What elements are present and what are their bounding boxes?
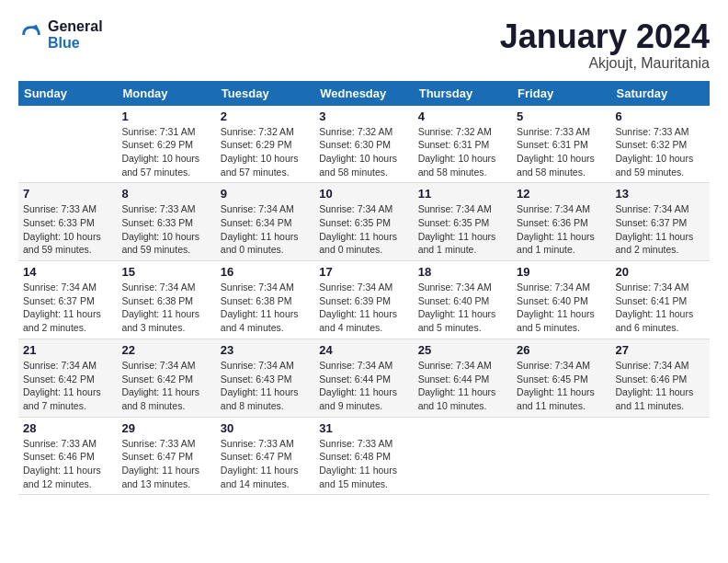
day-number: 5 <box>517 109 606 123</box>
day-info: Sunrise: 7:33 AMSunset: 6:46 PMDaylight:… <box>23 437 112 491</box>
day-cell: 9Sunrise: 7:34 AMSunset: 6:34 PMDaylight… <box>216 183 314 261</box>
day-info: Sunrise: 7:33 AMSunset: 6:33 PMDaylight:… <box>121 202 210 257</box>
logo: General Blue <box>18 18 103 52</box>
day-info: Sunrise: 7:34 AMSunset: 6:44 PMDaylight:… <box>319 359 408 413</box>
location-subtitle: Akjoujt, Mauritania <box>500 55 710 72</box>
day-info: Sunrise: 7:34 AMSunset: 6:39 PMDaylight:… <box>319 281 408 335</box>
header-tuesday: Tuesday <box>216 81 314 106</box>
day-number: 14 <box>23 265 112 279</box>
page-header: General Blue January 2024 Akjoujt, Mauri… <box>18 18 710 72</box>
day-cell: 22Sunrise: 7:34 AMSunset: 6:42 PMDayligh… <box>117 339 215 417</box>
day-number: 12 <box>517 187 606 201</box>
day-number: 16 <box>221 265 310 279</box>
header-saturday: Saturday <box>611 81 710 106</box>
day-cell: 20Sunrise: 7:34 AMSunset: 6:41 PMDayligh… <box>611 261 710 339</box>
day-info: Sunrise: 7:34 AMSunset: 6:38 PMDaylight:… <box>121 281 210 335</box>
day-info: Sunrise: 7:34 AMSunset: 6:34 PMDaylight:… <box>221 202 310 257</box>
day-info: Sunrise: 7:33 AMSunset: 6:47 PMDaylight:… <box>221 437 310 491</box>
day-cell: 10Sunrise: 7:34 AMSunset: 6:35 PMDayligh… <box>314 183 413 261</box>
day-number: 1 <box>121 109 210 123</box>
day-cell: 5Sunrise: 7:33 AMSunset: 6:31 PMDaylight… <box>512 106 610 183</box>
day-number: 15 <box>121 265 210 279</box>
title-section: January 2024 Akjoujt, Mauritania <box>500 18 710 72</box>
day-cell: 31Sunrise: 7:33 AMSunset: 6:48 PMDayligh… <box>314 417 413 495</box>
day-info: Sunrise: 7:34 AMSunset: 6:35 PMDaylight:… <box>319 202 408 257</box>
day-info: Sunrise: 7:33 AMSunset: 6:47 PMDaylight:… <box>121 437 210 491</box>
day-info: Sunrise: 7:34 AMSunset: 6:45 PMDaylight:… <box>517 359 606 413</box>
day-cell: 14Sunrise: 7:34 AMSunset: 6:37 PMDayligh… <box>18 261 117 339</box>
day-info: Sunrise: 7:34 AMSunset: 6:38 PMDaylight:… <box>221 281 310 335</box>
day-number: 25 <box>418 343 507 357</box>
header-sunday: Sunday <box>18 81 117 106</box>
day-cell: 27Sunrise: 7:34 AMSunset: 6:46 PMDayligh… <box>611 339 710 417</box>
day-number: 6 <box>616 109 705 123</box>
day-number: 19 <box>517 265 606 279</box>
day-cell: 1Sunrise: 7:31 AMSunset: 6:29 PMDaylight… <box>117 106 215 183</box>
day-info: Sunrise: 7:32 AMSunset: 6:29 PMDaylight:… <box>221 125 310 179</box>
day-cell: 18Sunrise: 7:34 AMSunset: 6:40 PMDayligh… <box>414 261 512 339</box>
day-number: 28 <box>23 421 112 435</box>
day-cell: 25Sunrise: 7:34 AMSunset: 6:44 PMDayligh… <box>414 339 512 417</box>
day-info: Sunrise: 7:33 AMSunset: 6:32 PMDaylight:… <box>616 125 705 179</box>
day-info: Sunrise: 7:34 AMSunset: 6:36 PMDaylight:… <box>517 202 606 257</box>
day-info: Sunrise: 7:32 AMSunset: 6:30 PMDaylight:… <box>319 125 408 179</box>
day-cell: 2Sunrise: 7:32 AMSunset: 6:29 PMDaylight… <box>216 106 314 183</box>
day-number: 20 <box>616 265 705 279</box>
day-cell: 16Sunrise: 7:34 AMSunset: 6:38 PMDayligh… <box>216 261 314 339</box>
day-cell: 8Sunrise: 7:33 AMSunset: 6:33 PMDaylight… <box>117 183 215 261</box>
day-cell: 23Sunrise: 7:34 AMSunset: 6:43 PMDayligh… <box>216 339 314 417</box>
day-cell: 12Sunrise: 7:34 AMSunset: 6:36 PMDayligh… <box>512 183 610 261</box>
week-row-5: 28Sunrise: 7:33 AMSunset: 6:46 PMDayligh… <box>18 417 710 495</box>
day-number: 29 <box>121 421 210 435</box>
day-cell: 28Sunrise: 7:33 AMSunset: 6:46 PMDayligh… <box>18 417 117 495</box>
day-number: 2 <box>221 109 310 123</box>
header-row: SundayMondayTuesdayWednesdayThursdayFrid… <box>18 81 710 106</box>
header-wednesday: Wednesday <box>314 81 413 106</box>
week-row-2: 7Sunrise: 7:33 AMSunset: 6:33 PMDaylight… <box>18 183 710 261</box>
day-info: Sunrise: 7:34 AMSunset: 6:42 PMDaylight:… <box>23 359 112 413</box>
day-number: 17 <box>319 265 408 279</box>
day-number: 10 <box>319 187 408 201</box>
day-info: Sunrise: 7:33 AMSunset: 6:48 PMDaylight:… <box>319 437 408 491</box>
day-cell: 11Sunrise: 7:34 AMSunset: 6:35 PMDayligh… <box>414 183 512 261</box>
day-number: 22 <box>121 343 210 357</box>
logo-icon <box>18 22 44 48</box>
day-cell <box>414 417 512 495</box>
day-cell: 13Sunrise: 7:34 AMSunset: 6:37 PMDayligh… <box>611 183 710 261</box>
day-cell: 19Sunrise: 7:34 AMSunset: 6:40 PMDayligh… <box>512 261 610 339</box>
day-cell <box>611 417 710 495</box>
day-info: Sunrise: 7:33 AMSunset: 6:31 PMDaylight:… <box>517 125 606 179</box>
day-number: 30 <box>221 421 310 435</box>
day-cell <box>512 417 610 495</box>
day-number: 8 <box>121 187 210 201</box>
day-cell: 7Sunrise: 7:33 AMSunset: 6:33 PMDaylight… <box>18 183 117 261</box>
day-info: Sunrise: 7:31 AMSunset: 6:29 PMDaylight:… <box>121 125 210 179</box>
day-number: 7 <box>23 187 112 201</box>
day-cell <box>18 106 117 183</box>
day-number: 18 <box>418 265 507 279</box>
day-info: Sunrise: 7:34 AMSunset: 6:37 PMDaylight:… <box>23 281 112 335</box>
day-info: Sunrise: 7:34 AMSunset: 6:41 PMDaylight:… <box>616 281 705 335</box>
day-cell: 21Sunrise: 7:34 AMSunset: 6:42 PMDayligh… <box>18 339 117 417</box>
day-cell: 3Sunrise: 7:32 AMSunset: 6:30 PMDaylight… <box>314 106 413 183</box>
day-cell: 29Sunrise: 7:33 AMSunset: 6:47 PMDayligh… <box>117 417 215 495</box>
day-info: Sunrise: 7:34 AMSunset: 6:40 PMDaylight:… <box>517 281 606 335</box>
day-info: Sunrise: 7:34 AMSunset: 6:46 PMDaylight:… <box>616 359 705 413</box>
day-number: 9 <box>221 187 310 201</box>
month-title: January 2024 <box>500 18 710 55</box>
day-info: Sunrise: 7:34 AMSunset: 6:44 PMDaylight:… <box>418 359 507 413</box>
day-info: Sunrise: 7:34 AMSunset: 6:40 PMDaylight:… <box>418 281 507 335</box>
day-info: Sunrise: 7:34 AMSunset: 6:37 PMDaylight:… <box>616 202 705 257</box>
day-number: 26 <box>517 343 606 357</box>
day-cell: 15Sunrise: 7:34 AMSunset: 6:38 PMDayligh… <box>117 261 215 339</box>
day-number: 4 <box>418 109 507 123</box>
header-friday: Friday <box>512 81 610 106</box>
day-number: 11 <box>418 187 507 201</box>
week-row-1: 1Sunrise: 7:31 AMSunset: 6:29 PMDaylight… <box>18 106 710 183</box>
header-monday: Monday <box>117 81 215 106</box>
day-cell: 24Sunrise: 7:34 AMSunset: 6:44 PMDayligh… <box>314 339 413 417</box>
day-info: Sunrise: 7:32 AMSunset: 6:31 PMDaylight:… <box>418 125 507 179</box>
day-cell: 26Sunrise: 7:34 AMSunset: 6:45 PMDayligh… <box>512 339 610 417</box>
day-info: Sunrise: 7:33 AMSunset: 6:33 PMDaylight:… <box>23 202 112 257</box>
day-info: Sunrise: 7:34 AMSunset: 6:35 PMDaylight:… <box>418 202 507 257</box>
